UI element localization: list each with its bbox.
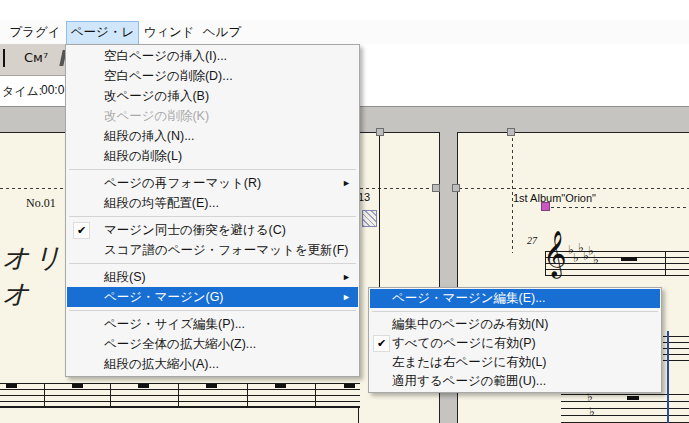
menubar-item-plugin[interactable]: プラグイン(I) [4,21,66,43]
menu-separator [69,310,356,311]
page-number-text: No.01 [26,196,56,211]
barline [247,383,248,407]
margin-handle[interactable] [376,128,384,136]
staff-line [561,415,689,416]
margin-guide-line [459,188,689,189]
time-status-fragment: タイム: 00:0 [0,76,65,106]
barline [110,383,111,407]
barline [315,383,316,407]
menu-item-insert-page-break[interactable]: 改ページの挿入(B) [67,86,358,106]
check-icon: ✔ [73,222,90,239]
menu-item-edit-page-size[interactable]: ページ・サイズ編集(P)... [67,314,358,334]
menu-item-delete-system[interactable]: 組段の削除(L) [67,146,358,166]
page-header-text: 1st Album"Orion" [513,192,596,204]
staff-line [561,408,689,409]
submenu-item-left-or-right-pages[interactable]: 左または右ページに有効(L) [370,353,660,372]
system-edge-line [358,406,359,423]
margin-handle[interactable] [432,184,440,192]
flat-icon: ♭ [593,255,599,265]
system-right-edge-line [379,133,380,288]
menu-separator [69,169,356,170]
margin-guide-line [551,207,689,208]
flat-icon: ♭ [589,407,595,417]
menu-bar: プラグイン(I) ページ・レイアウト(P) ウィンドウ(W) ヘルプ(H) [0,20,689,44]
menu-item-reformat-pages[interactable]: ページの再フォーマット(R)► [67,173,358,193]
staff-line [561,394,689,395]
staff-line [0,383,360,384]
menubar-item-help[interactable]: ヘルプ(H) [200,21,244,43]
submenu-arrow-icon: ► [342,173,351,193]
selected-barline[interactable] [667,331,669,423]
margin-handle[interactable] [507,128,515,136]
menu-item-resize-pages[interactable]: ページ全体の拡大縮小(Z)... [67,334,358,354]
submenu-item-current-page-only[interactable]: 編集中のページのみ有効(N) [370,315,660,334]
menu-item-insert-blank-page[interactable]: 空白ページの挿入(I)... [67,46,358,66]
page-layout-menu: 空白ページの挿入(I)... 空白ページの削除(D)... 改ページの挿入(B)… [65,44,360,377]
toolbar-divider [3,49,5,67]
barline [178,383,179,407]
whole-rest [627,396,639,400]
menu-item-systems[interactable]: 組段(S)► [67,267,358,287]
text-block-placeholder-icon[interactable] [362,210,377,227]
menu-separator [69,216,356,217]
whole-rest [138,384,149,388]
whole-rest [275,384,286,388]
menubar-item-window[interactable]: ウィンドウ(W) [142,21,196,43]
staff-line [0,401,360,402]
menu-item-avoid-margin-collision[interactable]: ✔マージン同士の衝突を避ける(C) [67,220,358,240]
menubar-item-page-layout[interactable]: ページ・レイアウト(P) [66,21,139,45]
app-window: プラグイン(I) ページ・レイアウト(P) ウィンドウ(W) ヘルプ(H) Cᴍ… [0,0,689,423]
menu-item-space-systems-evenly[interactable]: 組段の均等配置(E)... [67,193,358,213]
check-icon: ✔ [373,335,390,352]
menu-separator [69,263,356,264]
whole-rest [6,384,17,388]
measure-number-27: 27 [527,235,537,246]
whole-rest [621,257,637,261]
score-title-fragment: オリオ [2,240,66,312]
barline [44,383,45,407]
flat-icon: ♭ [587,392,593,402]
chord-symbol-button[interactable]: Cᴍ⁷ [24,50,48,65]
staff-line [561,401,689,402]
menu-item-resize-systems[interactable]: 組段の拡大縮小(A)... [67,354,358,374]
submenu-item-page-range[interactable]: 適用するページの範囲(U)... [370,372,660,391]
menu-item-delete-page-break: 改ページの削除(K) [67,106,358,126]
staff-line [0,395,360,396]
menu-item-insert-system[interactable]: 組段の挿入(N)... [67,126,358,146]
submenu-arrow-icon: ► [342,267,351,287]
selected-margin-handle[interactable] [541,202,550,211]
staff-line [0,406,360,408]
whole-rest [206,384,217,388]
menu-separator [372,311,658,312]
time-value: 00:0 [41,83,64,97]
margin-handle[interactable] [452,184,460,192]
page-margin-submenu: ページ・マージン編集(E)... 編集中のページのみ有効(N) ✔すべてのページ… [368,287,662,393]
submenu-item-edit-page-margins[interactable]: ページ・マージン編集(E)... [370,289,660,308]
whole-rest [344,384,355,388]
menu-item-delete-blank-page[interactable]: 空白ページの削除(D)... [67,66,358,86]
toolbar-fragment: Cᴍ⁷ [0,44,65,76]
submenu-item-all-pages[interactable]: ✔すべてのページに有効(P) [370,334,660,353]
submenu-arrow-icon: ► [342,287,351,307]
treble-clef-icon: 𝄞 [543,233,567,273]
staff-line [0,389,360,390]
time-label: タイム: [2,83,42,100]
menu-item-update-score-page-format[interactable]: スコア譜のページ・フォーマットを更新(F) [67,240,358,260]
menu-item-page-margins[interactable]: ページ・マージン(G)► [67,287,358,307]
barline [665,251,666,276]
whole-rest [72,384,83,388]
